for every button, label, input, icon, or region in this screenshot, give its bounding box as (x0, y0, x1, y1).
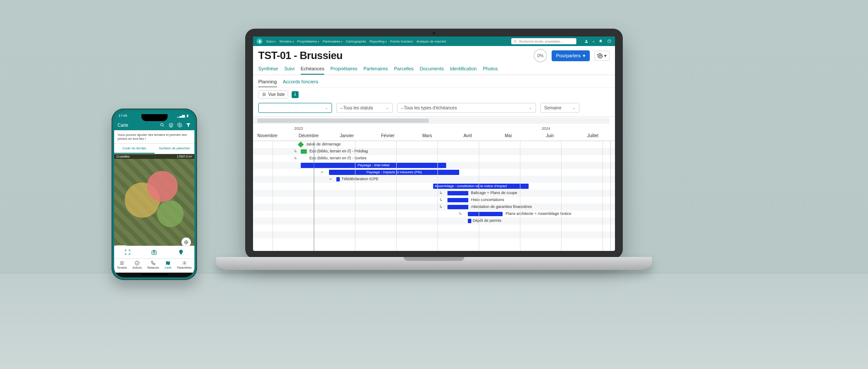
info-badge[interactable]: i (292, 91, 299, 98)
chevron-down-icon: ⌄ (325, 106, 328, 110)
task-label[interactable]: Jalon de démarrage (306, 142, 341, 146)
help-icon[interactable] (607, 39, 612, 43)
month-label: Décembre (299, 133, 319, 138)
map-pin-icon[interactable] (177, 248, 185, 257)
dependency-arrow-icon[interactable]: ↳ (440, 190, 442, 195)
phone-map[interactable]: Google (114, 159, 194, 246)
gantt-row: Jalon de démarrage (253, 141, 615, 148)
bell-icon[interactable] (598, 39, 603, 43)
gantt-bar[interactable] (447, 191, 468, 195)
chevron-down-icon: ⌄ (572, 106, 575, 110)
gear-icon[interactable] (177, 122, 182, 128)
search-input[interactable]: Recherche terrain, propriétaire ... (511, 38, 576, 44)
nav-points-fonciers[interactable]: Points fonciers (390, 40, 413, 43)
layers-icon[interactable] (168, 122, 174, 128)
task-label[interactable]: Attestation de garanties financières (471, 204, 532, 209)
gantt-bar[interactable] (447, 205, 468, 209)
tab-photos[interactable]: Photos (483, 63, 497, 75)
svg-point-3 (186, 242, 187, 243)
gantt-bar[interactable] (301, 149, 307, 154)
nav-reporting[interactable]: Reporting▾ (369, 40, 387, 43)
dependency-arrow-icon[interactable]: ↳ (459, 211, 462, 216)
tab-echéances[interactable]: Echéances (301, 63, 324, 75)
task-label[interactable]: Eco (biblio, terrain en //) - Prédiag (309, 149, 368, 153)
gantt-row: →Télédéclaration ICPE (253, 176, 615, 183)
dependency-arrow-icon[interactable]: ↳ (294, 155, 297, 160)
month-label: Juillet (587, 133, 598, 138)
dependency-arrow-icon[interactable]: → (320, 169, 323, 174)
phone-map-container[interactable]: Cruseilles 17097.0 m² Google (114, 154, 194, 246)
search-icon[interactable] (160, 122, 165, 128)
gantt-bar[interactable] (447, 198, 468, 202)
gantt-canvas[interactable]: 20232024NovembreDécembreJanvierFévrierMa… (253, 125, 615, 251)
nav-terrains[interactable]: Terrains (117, 260, 127, 269)
pourparlers-button[interactable]: Pourparlers ▾ (552, 50, 590, 61)
app-logo-icon[interactable] (256, 38, 263, 44)
dependency-arrow-icon[interactable]: ↳ (440, 204, 442, 209)
filter-1-select[interactable]: ⌄ (258, 103, 332, 113)
task-label[interactable]: Balisage + Plans de coupe (471, 191, 517, 195)
tab-synthèse[interactable]: Synthèse (258, 63, 278, 75)
gantt-container: 20232024NovembreDécembreJanvierFévrierMa… (253, 116, 615, 251)
filter-period-select[interactable]: Semaine⌄ (540, 103, 579, 113)
nav-analyse-marche[interactable]: Analyse de marché (416, 40, 446, 43)
task-label[interactable]: Eco (biblio, terrain en //) - Sorties (309, 156, 367, 160)
phone-tab-surface[interactable]: Surface de plancher (155, 144, 195, 154)
year-label: 2023 (294, 126, 303, 131)
desk-surface (0, 273, 868, 369)
gantt-bar[interactable]: Paysage - Impacts et mesures (PM) (329, 170, 459, 175)
nav-terrains[interactable]: Terrains▾ (279, 40, 293, 43)
chevron-down-icon: ⌄ (386, 106, 389, 110)
subtab-planning[interactable]: Planning (258, 77, 277, 87)
chevron-down-icon: ▾ (583, 53, 585, 59)
settings-dropdown-button[interactable]: ▾ (594, 51, 610, 61)
tab-suivi[interactable]: Suivi (284, 63, 295, 75)
dependency-arrow-icon[interactable]: ↳ (294, 148, 297, 153)
scrollbar-thumb[interactable] (257, 119, 429, 123)
tab-identification[interactable]: Identification (450, 63, 477, 75)
gantt-bar[interactable] (468, 219, 471, 223)
tab-partenaires[interactable]: Partenaires (364, 63, 388, 75)
nav-partenaires[interactable]: Partenaires▾ (322, 40, 342, 43)
fullscreen-icon[interactable] (123, 248, 132, 257)
my-location-button[interactable] (181, 237, 191, 246)
task-label[interactable]: Histo concertations (471, 198, 504, 202)
vue-liste-button[interactable]: Vue liste (258, 90, 288, 99)
dependency-arrow-icon[interactable]: → (329, 176, 332, 181)
phone-info-banner: Vous pouvez ajouter des terrains et pren… (114, 130, 194, 144)
dependency-arrow-icon[interactable]: ↳ (440, 197, 442, 202)
task-label[interactable]: Télédéclaration ICPE (342, 177, 378, 181)
month-label: Juin (546, 133, 554, 138)
user-dropdown-caret[interactable]: ▾ (593, 40, 594, 43)
gantt-bar[interactable]: Assemblage : constitution de la notice d… (433, 184, 529, 189)
tab-propriétaires[interactable]: Propriétaires (330, 63, 357, 75)
nav-actions[interactable]: Actions (132, 260, 141, 269)
nav-cartographie[interactable]: Cartographie (346, 40, 366, 43)
laptop-screen: Suivi▾ Terrains▾ Propriétaires▾ Partenai… (253, 36, 615, 251)
nav-proprietaires[interactable]: Propriétaires▾ (297, 40, 319, 43)
gantt-bar[interactable] (336, 177, 340, 181)
month-label: Novembre (257, 133, 277, 138)
nav-carte[interactable]: Carte (164, 260, 171, 269)
filter-type-select[interactable]: --Tous les types d'échéances⌄ (397, 103, 536, 113)
task-label[interactable]: Dépôt de permis (473, 218, 501, 223)
nav-parametres[interactable]: Paramètres (177, 260, 192, 269)
gantt-bar[interactable] (468, 212, 503, 216)
nav-relances[interactable]: Relances (147, 260, 159, 269)
phone-tab-code[interactable]: Code du terrain (114, 144, 155, 154)
tab-parcelles[interactable]: Parcelles (394, 63, 414, 75)
filter-status-select[interactable]: --Tous les statuts⌄ (336, 103, 393, 113)
svg-point-11 (599, 55, 601, 56)
gantt-horizontal-scrollbar[interactable] (253, 118, 610, 124)
nav-suivi[interactable]: Suivi▾ (266, 40, 276, 43)
svg-point-7 (184, 263, 185, 264)
gantt-bar[interactable]: Paysage - Etat initial (301, 163, 446, 168)
user-icon[interactable] (584, 39, 589, 43)
tab-documents[interactable]: Documents (420, 63, 444, 75)
gantt-gridline (437, 141, 438, 251)
filter-icon[interactable] (186, 122, 191, 128)
milestone-icon[interactable] (298, 142, 304, 148)
gantt-right-border (610, 141, 611, 251)
subtab-accords-fonciers[interactable]: Accords fonciers (283, 77, 318, 87)
camera-icon[interactable] (150, 248, 158, 257)
